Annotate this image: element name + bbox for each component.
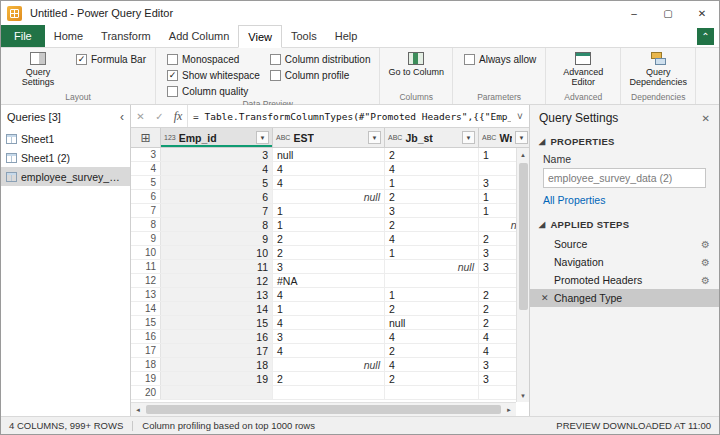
- row-number[interactable]: 15: [131, 316, 161, 329]
- cell[interactable]: #NA: [273, 274, 385, 287]
- cell[interactable]: 3: [273, 260, 385, 273]
- column-header-emp-id[interactable]: 123Emp_id▼: [161, 128, 273, 147]
- row-number[interactable]: 4: [131, 162, 161, 175]
- step-settings-gear-icon[interactable]: ⚙: [701, 257, 710, 268]
- column-header-wr[interactable]: ABCWr▼: [479, 128, 529, 147]
- cell[interactable]: 3: [385, 204, 479, 217]
- tab-tools[interactable]: Tools: [282, 25, 326, 47]
- collapse-ribbon-button[interactable]: ⌃: [697, 28, 714, 45]
- applied-step-promoted-headers[interactable]: Promoted Headers⚙: [530, 271, 719, 289]
- close-settings-icon[interactable]: ✕: [702, 113, 710, 124]
- delete-step-icon[interactable]: ✕: [541, 293, 554, 303]
- all-properties-link[interactable]: All Properties: [530, 188, 719, 214]
- cell[interactable]: 13: [161, 288, 273, 301]
- cell[interactable]: 4: [273, 316, 385, 329]
- query-settings-button[interactable]: Query Settings: [6, 50, 70, 87]
- cell[interactable]: null: [273, 190, 385, 203]
- vertical-scrollbar-thumb[interactable]: [519, 163, 528, 310]
- cell[interactable]: 2: [385, 372, 479, 385]
- collapse-queries-pane-icon[interactable]: ‹: [120, 110, 124, 124]
- horizontal-scrollbar-thumb[interactable]: [146, 405, 501, 414]
- cell[interactable]: [385, 274, 479, 287]
- cell[interactable]: 7: [161, 204, 273, 217]
- checkbox-monospaced[interactable]: Monospaced: [167, 53, 260, 66]
- checkbox-column-quality[interactable]: Column quality: [167, 85, 260, 98]
- cell[interactable]: 2: [385, 344, 479, 357]
- cell[interactable]: 4: [273, 344, 385, 357]
- row-number[interactable]: 9: [131, 232, 161, 245]
- tab-home[interactable]: Home: [45, 25, 92, 47]
- cell[interactable]: 11: [161, 260, 273, 273]
- cell[interactable]: 2: [273, 246, 385, 259]
- cell[interactable]: null: [385, 260, 479, 273]
- cell[interactable]: [273, 386, 385, 399]
- checkbox-always-allow[interactable]: Always allow: [464, 53, 536, 66]
- row-number[interactable]: 6: [131, 190, 161, 203]
- formula-expand-icon[interactable]: ˅: [511, 105, 529, 127]
- cell[interactable]: 19: [161, 372, 273, 385]
- scroll-down-icon[interactable]: ▼: [517, 389, 530, 402]
- query-dependencies-button[interactable]: Query Dependencies: [626, 50, 690, 87]
- filter-dropdown-icon[interactable]: ▼: [515, 131, 528, 144]
- properties-section-header[interactable]: ◢ PROPERTIES: [530, 131, 719, 150]
- cell[interactable]: 5: [161, 176, 273, 189]
- cell[interactable]: 4: [273, 288, 385, 301]
- cell[interactable]: 1: [385, 246, 479, 259]
- advanced-editor-button[interactable]: Advanced Editor: [551, 50, 615, 87]
- cell[interactable]: null: [385, 316, 479, 329]
- query-item-employee-survey-data-2[interactable]: employee_survey_data (2): [1, 167, 130, 186]
- cell[interactable]: null: [273, 148, 385, 161]
- cell[interactable]: 14: [161, 302, 273, 315]
- cell[interactable]: 1: [273, 204, 385, 217]
- close-button[interactable]: ✕: [685, 1, 719, 25]
- scroll-up-icon[interactable]: ▲: [517, 148, 530, 161]
- tab-help[interactable]: Help: [326, 25, 367, 47]
- cell[interactable]: 2: [385, 190, 479, 203]
- row-number[interactable]: 11: [131, 260, 161, 273]
- scroll-left-icon[interactable]: ◄: [131, 407, 145, 413]
- row-number[interactable]: 12: [131, 274, 161, 287]
- file-tab[interactable]: File: [1, 25, 45, 47]
- scroll-right-icon[interactable]: ►: [502, 407, 516, 413]
- cell[interactable]: 4: [385, 358, 479, 371]
- filter-dropdown-icon[interactable]: ▼: [462, 131, 475, 144]
- cell[interactable]: 4: [273, 162, 385, 175]
- cell[interactable]: 16: [161, 330, 273, 343]
- applied-step-changed-type[interactable]: ✕Changed Type: [530, 289, 719, 307]
- column-header-est[interactable]: ABCEST▼: [273, 128, 385, 147]
- cell[interactable]: 2: [273, 232, 385, 245]
- cell[interactable]: 17: [161, 344, 273, 357]
- cell[interactable]: 3: [161, 148, 273, 161]
- go-to-column-button[interactable]: Go to Column: [385, 50, 447, 77]
- cell[interactable]: 4: [273, 176, 385, 189]
- cell[interactable]: [161, 386, 273, 399]
- row-number[interactable]: 14: [131, 302, 161, 315]
- vertical-scrollbar[interactable]: ▲ ▼: [516, 148, 529, 402]
- checkbox-column-profile[interactable]: Column profile: [270, 69, 371, 82]
- row-number[interactable]: 8: [131, 218, 161, 231]
- tab-transform[interactable]: Transform: [92, 25, 160, 47]
- query-name-input[interactable]: [543, 168, 706, 188]
- cell[interactable]: 8: [161, 218, 273, 231]
- row-number[interactable]: 13: [131, 288, 161, 301]
- row-number[interactable]: 5: [131, 176, 161, 189]
- cell[interactable]: 1: [273, 218, 385, 231]
- cell[interactable]: 4: [385, 330, 479, 343]
- cell[interactable]: null: [273, 358, 385, 371]
- formula-cancel-icon[interactable]: ✕: [131, 105, 150, 127]
- cell[interactable]: 10: [161, 246, 273, 259]
- column-header-jb-st[interactable]: ABCJb_st▼: [385, 128, 479, 147]
- applied-step-source[interactable]: Source⚙: [530, 235, 719, 253]
- cell[interactable]: 1: [273, 302, 385, 315]
- cell[interactable]: 6: [161, 190, 273, 203]
- table-menu-button[interactable]: ⊞: [131, 128, 161, 147]
- row-number[interactable]: 20: [131, 386, 161, 399]
- minimize-button[interactable]: –: [617, 1, 651, 25]
- cell[interactable]: 3: [273, 330, 385, 343]
- cell[interactable]: 12: [161, 274, 273, 287]
- row-number[interactable]: 7: [131, 204, 161, 217]
- row-number[interactable]: 19: [131, 372, 161, 385]
- formula-check-icon[interactable]: ✓: [150, 105, 169, 127]
- cell[interactable]: 2: [385, 302, 479, 315]
- row-number[interactable]: 16: [131, 330, 161, 343]
